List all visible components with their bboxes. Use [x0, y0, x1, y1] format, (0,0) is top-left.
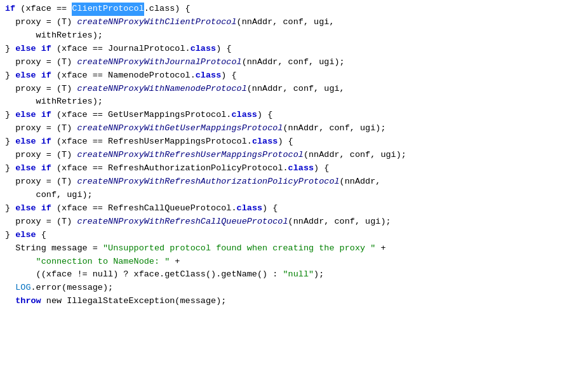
plain-1: (xface == — [15, 3, 72, 16]
code-line-13: } else if (xface == RefreshAuthorization… — [5, 162, 583, 175]
plain-38: } — [5, 229, 15, 242]
kw-else-if-1: else if — [15, 43, 51, 56]
code-line-3: withRetries); — [5, 29, 583, 43]
method-refreshusermappings: createNNProxyWithRefreshUserMappingsProt… — [77, 149, 303, 162]
plain-35: ) { — [262, 202, 277, 215]
plain-49: new IllegalStateException(message); — [41, 295, 227, 308]
plain-7: (xface == JournalProtocol. — [51, 43, 190, 56]
plain-48 — [5, 295, 15, 308]
plain-25: proxy = (T) — [5, 149, 77, 162]
kw-class-3: class — [231, 109, 257, 122]
method-refreshcallqueue: createNNProxyWithRefreshCallQueueProtoco… — [77, 215, 288, 229]
kw-class-2: class — [196, 69, 222, 83]
code-line-23: throw new IllegalStateException(message)… — [5, 295, 583, 308]
method-refreshauth: createNNProxyWithRefreshAuthorizationPol… — [77, 175, 339, 189]
keyword-if: if — [5, 3, 15, 16]
kw-else-if-5: else if — [15, 162, 51, 175]
plain-39: { — [36, 229, 46, 242]
code-line-16: } else if (xface == RefreshCallQueueProt… — [5, 202, 583, 215]
plain-45: ); — [314, 268, 324, 282]
plain-41: + — [375, 242, 385, 255]
plain-34: (xface == RefreshCallQueueProtocol. — [51, 202, 237, 215]
code-line-4: } else if (xface == JournalProtocol.clas… — [5, 43, 583, 56]
code-line-5: proxy = (T) createNNProxyWithJournalProt… — [5, 56, 583, 69]
kw-class-6: class — [237, 202, 263, 215]
plain-36: proxy = (T) — [5, 215, 77, 229]
plain-40: String message = — [5, 242, 103, 255]
plain-27: } — [5, 162, 15, 175]
kw-throw: throw — [15, 295, 41, 308]
plain-3: proxy = (T) — [5, 16, 77, 29]
plain-29: ) { — [314, 162, 329, 175]
code-line-1: if (xface == ClientProtocol.class) { — [5, 3, 583, 16]
plain-19: ) { — [257, 109, 272, 122]
plain-6: } — [5, 43, 15, 56]
plain-2: .class) { — [144, 3, 190, 16]
plain-28: (xface == RefreshAuthorizationPolicyProt… — [51, 162, 288, 175]
kw-else-if-3: else if — [15, 109, 51, 122]
plain-8: ) { — [216, 43, 231, 56]
plain-46 — [5, 282, 15, 295]
code-line-2: proxy = (T) createNNProxyWithClientProto… — [5, 16, 583, 29]
plain-33: } — [5, 202, 15, 215]
plain-4: (nnAddr, conf, ugi, — [237, 16, 335, 29]
plain-15: (nnAddr, conf, ugi, — [247, 83, 345, 96]
plain-42 — [5, 255, 36, 269]
code-line-19: String message = "Unsupported protocol f… — [5, 242, 583, 255]
plain-12: (xface == NamenodeProtocol. — [51, 69, 196, 83]
code-line-21: ((xface != null) ? xface.getClass().getN… — [5, 268, 583, 282]
code-line-20: "connection to NameNode: " + — [5, 255, 583, 269]
code-line-6: } else if (xface == NamenodeProtocol.cla… — [5, 69, 583, 83]
kw-class-5: class — [288, 162, 314, 175]
method-namenode: createNNProxyWithNamenodeProtocol — [77, 83, 246, 96]
plain-32: conf, ugi); — [5, 189, 93, 202]
kw-class-4: class — [252, 135, 278, 149]
code-line-10: proxy = (T) createNNProxyWithGetUserMapp… — [5, 122, 583, 135]
code-container: if (xface == ClientProtocol.class) { pro… — [0, 0, 588, 380]
plain-30: proxy = (T) — [5, 175, 77, 189]
kw-class-1: class — [190, 43, 217, 56]
plain-22: } — [5, 135, 15, 149]
code-line-8: withRetries); — [5, 95, 583, 109]
code-line-22: LOG.error(message); — [5, 282, 583, 295]
plain-10: (nnAddr, conf, ugi); — [242, 56, 345, 69]
code-line-18: } else { — [5, 229, 583, 242]
log-identifier: LOG — [15, 282, 30, 295]
kw-else-if-2: else if — [15, 69, 51, 83]
method-journal: createNNProxyWithJournalProtocol — [77, 56, 241, 69]
plain-24: ) { — [277, 135, 293, 149]
plain-26: (nnAddr, conf, ugi); — [304, 149, 406, 162]
plain-20: proxy = (T) — [5, 122, 77, 135]
code-line-7: proxy = (T) createNNProxyWithNamenodePro… — [5, 83, 583, 96]
code-line-17: proxy = (T) createNNProxyWithRefreshCall… — [5, 215, 583, 229]
string-2: "connection to NameNode: " — [36, 255, 170, 269]
plain-21: (nnAddr, conf, ugi); — [283, 122, 385, 135]
plain-43: + — [170, 255, 180, 269]
string-3: "null" — [283, 268, 314, 282]
plain-5: withRetries); — [5, 29, 103, 43]
plain-13: ) { — [221, 69, 236, 83]
plain-47: .error(message); — [31, 282, 114, 295]
code-line-12: proxy = (T) createNNProxyWithRefreshUser… — [5, 149, 583, 162]
kw-else-if-4: else if — [15, 135, 51, 149]
highlight-clientprotocol: ClientProtocol — [72, 3, 144, 16]
plain-18: (xface == GetUserMappingsProtocol. — [51, 109, 232, 122]
code-line-15: conf, ugi); — [5, 189, 583, 202]
plain-31: (nnAddr, — [340, 175, 381, 189]
plain-11: } — [5, 69, 15, 83]
code-line-9: } else if (xface == GetUserMappingsProto… — [5, 109, 583, 122]
plain-37: (nnAddr, conf, ugi); — [288, 215, 391, 229]
plain-16: withRetries); — [5, 95, 103, 109]
plain-14: proxy = (T) — [5, 83, 77, 96]
plain-9: proxy = (T) — [5, 56, 77, 69]
plain-17: } — [5, 109, 15, 122]
kw-else: else — [15, 229, 36, 242]
method-client: createNNProxyWithClientProtocol — [77, 16, 236, 29]
kw-else-if-6: else if — [15, 202, 51, 215]
string-1: "Unsupported protocol found when creatin… — [103, 242, 375, 255]
method-getusermappings: createNNProxyWithGetUserMappingsProtocol — [77, 122, 283, 135]
plain-23: (xface == RefreshUserMappingsProtocol. — [51, 135, 252, 149]
code-line-14: proxy = (T) createNNProxyWithRefreshAuth… — [5, 175, 583, 189]
plain-44: ((xface != null) ? xface.getClass().getN… — [5, 268, 283, 282]
code-line-11: } else if (xface == RefreshUserMappingsP… — [5, 135, 583, 149]
